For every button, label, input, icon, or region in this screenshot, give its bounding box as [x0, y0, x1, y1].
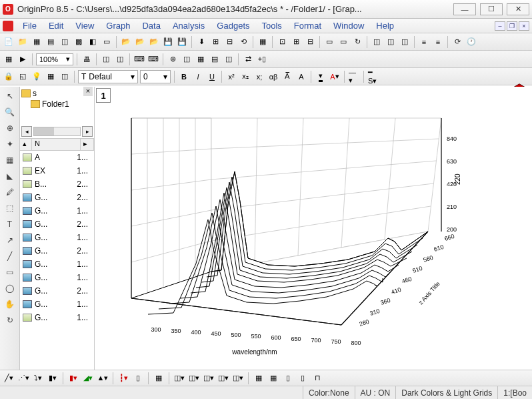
- new-workbook-icon[interactable]: ▦: [31, 36, 43, 48]
- align-r-icon[interactable]: ▯: [297, 372, 309, 384]
- menu-data[interactable]: Data: [137, 19, 165, 32]
- transfer-icon[interactable]: ⇄: [242, 53, 254, 65]
- rescale-icon[interactable]: ⊡: [276, 36, 288, 48]
- arrow-tool-icon[interactable]: ↗: [3, 234, 17, 247]
- region-tool-icon[interactable]: ▦: [3, 153, 17, 167]
- lock-icon[interactable]: 🔒: [3, 71, 15, 83]
- data-reader-icon[interactable]: ✦: [3, 137, 17, 151]
- duplicate-icon[interactable]: ▭: [337, 36, 349, 48]
- open-icon[interactable]: 📂: [120, 36, 132, 48]
- import-multi-icon[interactable]: ⊟: [223, 36, 235, 48]
- code-builder-icon[interactable]: ⌨: [133, 53, 145, 65]
- bold-icon[interactable]: B: [178, 71, 190, 83]
- mdi-close-button[interactable]: ×: [519, 21, 529, 31]
- menu-window[interactable]: Window: [328, 19, 369, 32]
- line-width-icon[interactable]: ━ S▾: [367, 71, 379, 83]
- slide-icon[interactable]: ◫: [114, 53, 126, 65]
- list-item[interactable]: G...1...: [20, 258, 94, 271]
- mdi-minimize-button[interactable]: –: [495, 21, 505, 31]
- tree-root[interactable]: s: [21, 88, 93, 99]
- run-icon[interactable]: ▶: [17, 53, 29, 65]
- explorer-close-button[interactable]: ×: [83, 87, 93, 96]
- command-icon[interactable]: ▤: [209, 53, 221, 65]
- grid-icon[interactable]: ▦: [45, 71, 57, 83]
- menu-edit[interactable]: Edit: [43, 19, 69, 32]
- layer-mgmt-icon[interactable]: ◫: [100, 53, 112, 65]
- refresh-icon[interactable]: ↻: [351, 36, 363, 48]
- import-wizard-icon[interactable]: ⬇: [195, 36, 207, 48]
- greek-icon[interactable]: αβ: [267, 71, 279, 83]
- italic-icon[interactable]: I: [192, 71, 204, 83]
- graph-canvas[interactable]: 300350400450500550600650700750800 wavele…: [95, 87, 532, 370]
- list-item[interactable]: G...1...: [20, 231, 94, 244]
- contour-icon[interactable]: ◫▾: [232, 372, 244, 384]
- align-l-icon[interactable]: ▯: [282, 372, 294, 384]
- font-color-icon[interactable]: A▾: [329, 71, 341, 83]
- menu-view[interactable]: View: [70, 19, 99, 32]
- reimport-icon[interactable]: ⟲: [237, 36, 249, 48]
- menu-format[interactable]: Format: [289, 19, 327, 32]
- tree-scroll-right[interactable]: ▸: [82, 126, 93, 137]
- new-folder-icon[interactable]: 📁: [17, 36, 29, 48]
- layer3-icon[interactable]: ◫: [399, 36, 411, 48]
- layer2-icon[interactable]: ◫: [385, 36, 397, 48]
- box-plot-icon[interactable]: ▯: [132, 372, 144, 384]
- merge-icon[interactable]: ▭: [323, 36, 335, 48]
- hdr-icon-col[interactable]: ▴: [20, 139, 32, 150]
- palette-icon[interactable]: ◫: [59, 71, 71, 83]
- recalc-icon[interactable]: ⟳: [451, 36, 463, 48]
- pie-plot-icon[interactable]: ▲▾: [97, 372, 109, 384]
- column-plot-icon[interactable]: ▮▾: [47, 372, 59, 384]
- list-item[interactable]: G...1...: [20, 298, 94, 311]
- close-button[interactable]: ✕: [507, 3, 529, 15]
- save-template-icon[interactable]: 💾: [176, 36, 188, 48]
- scatter-plot-icon[interactable]: ⋰▾: [17, 372, 29, 384]
- batch-icon[interactable]: ▦: [257, 36, 269, 48]
- linesymbol-icon[interactable]: ⤵▾: [32, 372, 44, 384]
- 3d-bar-icon[interactable]: ◫▾: [173, 372, 185, 384]
- rect-tool-icon[interactable]: ▭: [3, 266, 17, 279]
- menu-analysis[interactable]: Analysis: [167, 19, 210, 32]
- add-column-icon[interactable]: +▯: [256, 53, 268, 65]
- circle-tool-icon[interactable]: ◯: [3, 282, 17, 295]
- layer-tab-1[interactable]: 1: [96, 88, 111, 103]
- font-size-combo[interactable]: 0▾: [140, 70, 171, 83]
- cube-icon[interactable]: ◱: [17, 71, 29, 83]
- mask-tool-icon[interactable]: ◣: [3, 169, 17, 183]
- text-tool-icon[interactable]: T: [3, 218, 17, 231]
- list-item[interactable]: G...1...: [20, 204, 94, 218]
- save-project-icon[interactable]: 💾: [162, 36, 174, 48]
- pointer-tool-icon[interactable]: ↖: [3, 89, 17, 103]
- hdr-scroll-right[interactable]: ▸: [81, 139, 94, 150]
- text-color-icon[interactable]: ▾: [315, 71, 327, 83]
- area-plot-icon[interactable]: ◢▾: [82, 372, 94, 384]
- hdr-name-col[interactable]: N: [32, 139, 81, 150]
- add-layer-icon[interactable]: ⊞: [290, 36, 302, 48]
- script-icon[interactable]: ◫: [223, 53, 235, 65]
- superscript-icon[interactable]: x²: [225, 71, 237, 83]
- stock-plot-icon[interactable]: ┇▾: [117, 372, 129, 384]
- selection-tool-icon[interactable]: ⬚: [3, 202, 17, 215]
- 3d-wire-icon[interactable]: ◫▾: [217, 372, 229, 384]
- scale-icon[interactable]: ◫: [181, 53, 193, 65]
- grid4-icon[interactable]: ▦: [267, 372, 279, 384]
- tree-folder[interactable]: Folder1: [21, 99, 93, 109]
- list-item[interactable]: G...1...: [20, 271, 94, 284]
- line-style-icon[interactable]: —▾: [348, 71, 360, 83]
- menu-gadgets[interactable]: Gadgets: [211, 19, 255, 32]
- list-item[interactable]: EX1...: [20, 164, 94, 177]
- tree-scroll-left[interactable]: ◂: [21, 126, 32, 137]
- tree-scrollbar[interactable]: [33, 127, 81, 136]
- list-item[interactable]: A1...: [20, 151, 94, 164]
- 3d-scatter-icon[interactable]: ◫▾: [203, 372, 215, 384]
- font-inc-icon[interactable]: A̅: [281, 71, 293, 83]
- maximize-button[interactable]: ☐: [480, 3, 503, 15]
- digitizer-icon[interactable]: ⊕: [167, 53, 179, 65]
- font-dec-icon[interactable]: A: [295, 71, 307, 83]
- align-icon[interactable]: ≡: [418, 36, 430, 48]
- font-name-combo[interactable]: T Defaul▾: [78, 70, 138, 83]
- zoom-combo[interactable]: 100%▾: [36, 53, 73, 65]
- subscript-icon[interactable]: x₂: [239, 71, 251, 83]
- new-graph-icon[interactable]: ◫: [59, 36, 71, 48]
- list-item[interactable]: G...2...: [20, 218, 94, 231]
